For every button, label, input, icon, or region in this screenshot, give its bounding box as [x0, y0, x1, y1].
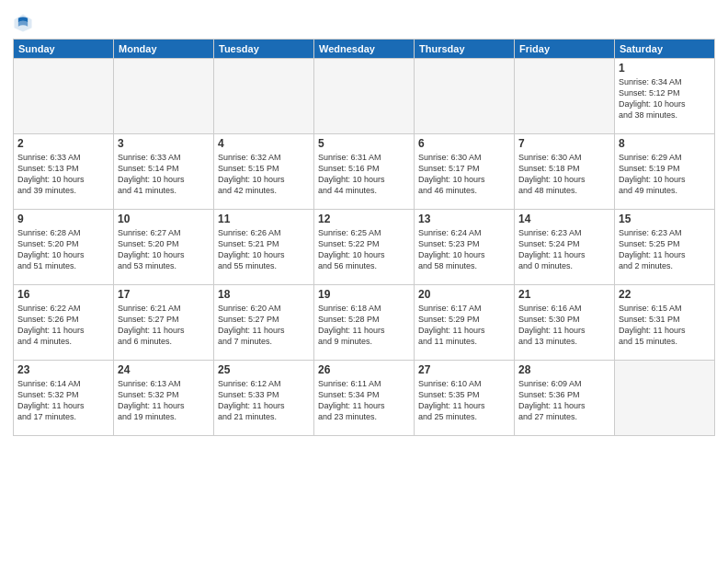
- logo: [13, 13, 36, 33]
- day-number: 6: [418, 137, 510, 150]
- day-info: Sunrise: 6:18 AM Sunset: 5:28 PM Dayligh…: [318, 303, 410, 348]
- calendar-cell: 27Sunrise: 6:10 AM Sunset: 5:35 PM Dayli…: [415, 361, 515, 436]
- calendar-cell: 24Sunrise: 6:13 AM Sunset: 5:32 PM Dayli…: [114, 361, 214, 436]
- calendar-cell: 12Sunrise: 6:25 AM Sunset: 5:22 PM Dayli…: [314, 210, 415, 285]
- day-number: 1: [619, 62, 711, 75]
- calendar-cell: 4Sunrise: 6:32 AM Sunset: 5:15 PM Daylig…: [214, 134, 314, 210]
- header: [13, 9, 715, 33]
- day-info: Sunrise: 6:23 AM Sunset: 5:25 PM Dayligh…: [619, 227, 711, 272]
- calendar-cell: 26Sunrise: 6:11 AM Sunset: 5:34 PM Dayli…: [314, 361, 415, 436]
- day-info: Sunrise: 6:25 AM Sunset: 5:22 PM Dayligh…: [318, 227, 410, 272]
- week-row-3: 9Sunrise: 6:28 AM Sunset: 5:20 PM Daylig…: [14, 210, 715, 285]
- day-number: 8: [619, 137, 711, 150]
- calendar-cell: 13Sunrise: 6:24 AM Sunset: 5:23 PM Dayli…: [415, 210, 515, 285]
- weekday-header-thursday: Thursday: [415, 40, 515, 59]
- day-info: Sunrise: 6:31 AM Sunset: 5:16 PM Dayligh…: [318, 152, 410, 197]
- day-number: 20: [418, 288, 510, 301]
- day-number: 5: [318, 137, 410, 150]
- day-info: Sunrise: 6:30 AM Sunset: 5:17 PM Dayligh…: [418, 152, 510, 197]
- day-number: 10: [118, 213, 210, 225]
- day-number: 23: [17, 363, 109, 376]
- calendar-cell: 1Sunrise: 6:34 AM Sunset: 5:12 PM Daylig…: [615, 59, 715, 134]
- day-number: 11: [218, 213, 310, 225]
- week-row-4: 16Sunrise: 6:22 AM Sunset: 5:26 PM Dayli…: [14, 285, 715, 361]
- day-info: Sunrise: 6:20 AM Sunset: 5:27 PM Dayligh…: [218, 303, 310, 348]
- day-number: 18: [218, 288, 310, 301]
- calendar-cell: 3Sunrise: 6:33 AM Sunset: 5:14 PM Daylig…: [114, 134, 214, 210]
- calendar-cell: [415, 59, 515, 134]
- calendar-cell: 21Sunrise: 6:16 AM Sunset: 5:30 PM Dayli…: [515, 285, 615, 361]
- calendar-cell: 16Sunrise: 6:22 AM Sunset: 5:26 PM Dayli…: [14, 285, 114, 361]
- calendar-cell: 11Sunrise: 6:26 AM Sunset: 5:21 PM Dayli…: [214, 210, 314, 285]
- calendar-container: SundayMondayTuesdayWednesdayThursdayFrid…: [0, 0, 728, 563]
- calendar-cell: 9Sunrise: 6:28 AM Sunset: 5:20 PM Daylig…: [14, 210, 114, 285]
- day-info: Sunrise: 6:12 AM Sunset: 5:33 PM Dayligh…: [218, 378, 310, 423]
- weekday-header-sunday: Sunday: [14, 40, 114, 59]
- day-info: Sunrise: 6:09 AM Sunset: 5:36 PM Dayligh…: [518, 378, 610, 423]
- day-number: 4: [218, 137, 310, 150]
- day-info: Sunrise: 6:32 AM Sunset: 5:15 PM Dayligh…: [218, 152, 310, 197]
- calendar-cell: 8Sunrise: 6:29 AM Sunset: 5:19 PM Daylig…: [615, 134, 715, 210]
- calendar-cell: 18Sunrise: 6:20 AM Sunset: 5:27 PM Dayli…: [214, 285, 314, 361]
- day-info: Sunrise: 6:27 AM Sunset: 5:20 PM Dayligh…: [118, 227, 210, 272]
- day-info: Sunrise: 6:16 AM Sunset: 5:30 PM Dayligh…: [518, 303, 610, 348]
- calendar-cell: 7Sunrise: 6:30 AM Sunset: 5:18 PM Daylig…: [515, 134, 615, 210]
- day-number: 14: [518, 213, 610, 225]
- day-info: Sunrise: 6:26 AM Sunset: 5:21 PM Dayligh…: [218, 227, 310, 272]
- calendar-cell: [14, 59, 114, 134]
- calendar-cell: 23Sunrise: 6:14 AM Sunset: 5:32 PM Dayli…: [14, 361, 114, 436]
- calendar-cell: [214, 59, 314, 134]
- calendar-cell: 5Sunrise: 6:31 AM Sunset: 5:16 PM Daylig…: [314, 134, 415, 210]
- weekday-header-saturday: Saturday: [615, 40, 715, 59]
- day-info: Sunrise: 6:28 AM Sunset: 5:20 PM Dayligh…: [17, 227, 109, 272]
- day-number: 9: [17, 213, 109, 225]
- day-info: Sunrise: 6:11 AM Sunset: 5:34 PM Dayligh…: [318, 378, 410, 423]
- calendar-cell: 25Sunrise: 6:12 AM Sunset: 5:33 PM Dayli…: [214, 361, 314, 436]
- day-info: Sunrise: 6:33 AM Sunset: 5:14 PM Dayligh…: [118, 152, 210, 197]
- day-number: 15: [619, 213, 711, 225]
- day-info: Sunrise: 6:13 AM Sunset: 5:32 PM Dayligh…: [118, 378, 210, 423]
- calendar-cell: 14Sunrise: 6:23 AM Sunset: 5:24 PM Dayli…: [515, 210, 615, 285]
- calendar-cell: 17Sunrise: 6:21 AM Sunset: 5:27 PM Dayli…: [114, 285, 214, 361]
- day-number: 21: [518, 288, 610, 301]
- calendar-cell: 19Sunrise: 6:18 AM Sunset: 5:28 PM Dayli…: [314, 285, 415, 361]
- calendar-cell: 2Sunrise: 6:33 AM Sunset: 5:13 PM Daylig…: [14, 134, 114, 210]
- weekday-header-wednesday: Wednesday: [314, 40, 415, 59]
- day-number: 19: [318, 288, 410, 301]
- day-number: 17: [118, 288, 210, 301]
- day-number: 28: [518, 363, 610, 376]
- day-info: Sunrise: 6:15 AM Sunset: 5:31 PM Dayligh…: [619, 303, 711, 348]
- week-row-1: 1Sunrise: 6:34 AM Sunset: 5:12 PM Daylig…: [14, 59, 715, 134]
- calendar-cell: [515, 59, 615, 134]
- day-info: Sunrise: 6:14 AM Sunset: 5:32 PM Dayligh…: [17, 378, 109, 423]
- logo-icon: [13, 13, 33, 33]
- day-number: 13: [418, 213, 510, 225]
- calendar-cell: 28Sunrise: 6:09 AM Sunset: 5:36 PM Dayli…: [515, 361, 615, 436]
- day-info: Sunrise: 6:10 AM Sunset: 5:35 PM Dayligh…: [418, 378, 510, 423]
- day-number: 2: [17, 137, 109, 150]
- day-number: 24: [118, 363, 210, 376]
- calendar-cell: [615, 361, 715, 436]
- calendar-table: SundayMondayTuesdayWednesdayThursdayFrid…: [13, 39, 715, 436]
- day-info: Sunrise: 6:24 AM Sunset: 5:23 PM Dayligh…: [418, 227, 510, 272]
- calendar-cell: 22Sunrise: 6:15 AM Sunset: 5:31 PM Dayli…: [615, 285, 715, 361]
- weekday-header-monday: Monday: [114, 40, 214, 59]
- calendar-cell: 20Sunrise: 6:17 AM Sunset: 5:29 PM Dayli…: [415, 285, 515, 361]
- day-info: Sunrise: 6:34 AM Sunset: 5:12 PM Dayligh…: [619, 76, 711, 121]
- weekday-header-friday: Friday: [515, 40, 615, 59]
- day-info: Sunrise: 6:23 AM Sunset: 5:24 PM Dayligh…: [518, 227, 610, 272]
- week-row-5: 23Sunrise: 6:14 AM Sunset: 5:32 PM Dayli…: [14, 361, 715, 436]
- day-number: 27: [418, 363, 510, 376]
- weekday-header-row: SundayMondayTuesdayWednesdayThursdayFrid…: [14, 40, 715, 59]
- day-info: Sunrise: 6:17 AM Sunset: 5:29 PM Dayligh…: [418, 303, 510, 348]
- calendar-cell: 15Sunrise: 6:23 AM Sunset: 5:25 PM Dayli…: [615, 210, 715, 285]
- calendar-cell: 6Sunrise: 6:30 AM Sunset: 5:17 PM Daylig…: [415, 134, 515, 210]
- day-info: Sunrise: 6:29 AM Sunset: 5:19 PM Dayligh…: [619, 152, 711, 197]
- calendar-cell: 10Sunrise: 6:27 AM Sunset: 5:20 PM Dayli…: [114, 210, 214, 285]
- week-row-2: 2Sunrise: 6:33 AM Sunset: 5:13 PM Daylig…: [14, 134, 715, 210]
- day-number: 26: [318, 363, 410, 376]
- calendar-cell: [314, 59, 415, 134]
- day-number: 16: [17, 288, 109, 301]
- day-info: Sunrise: 6:21 AM Sunset: 5:27 PM Dayligh…: [118, 303, 210, 348]
- day-number: 7: [518, 137, 610, 150]
